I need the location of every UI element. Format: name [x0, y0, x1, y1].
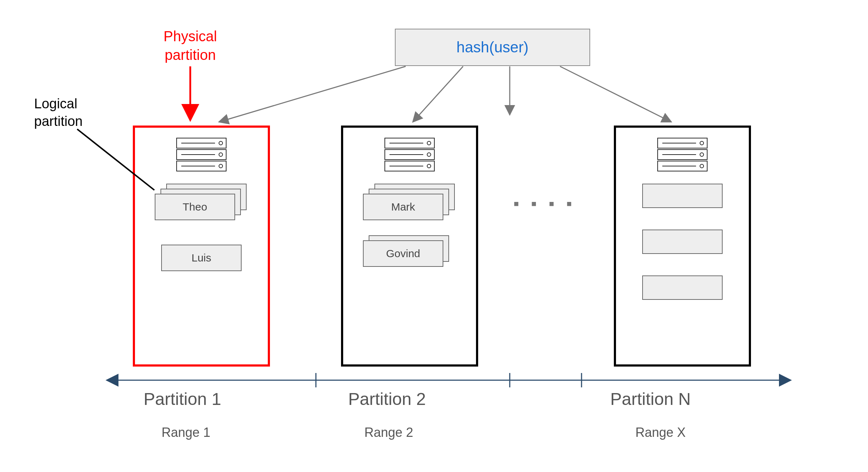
partition-title-n: Partition N	[610, 389, 691, 409]
logical-partition-mark: Mark	[363, 184, 456, 220]
svg-line-3	[413, 66, 463, 122]
partition-title-1: Partition 1	[144, 389, 221, 409]
svg-line-2	[219, 66, 406, 122]
logical-partition-govind: Govind	[363, 230, 456, 266]
diagram-canvas: hash(user) Physical partition Logical pa…	[0, 0, 868, 472]
range-label-1: Range 1	[162, 425, 210, 440]
server-icon	[657, 138, 708, 169]
hash-function-box: hash(user)	[395, 29, 590, 66]
logical-partition-text: Logical partition	[34, 96, 83, 129]
logical-partition-label: Theo	[183, 201, 207, 213]
hash-label: hash(user)	[457, 39, 529, 56]
physical-partition-1: Theo Luis	[133, 126, 270, 367]
server-icon	[384, 138, 435, 169]
svg-line-5	[560, 66, 671, 122]
partition-title-2: Partition 2	[348, 389, 426, 409]
physical-partition-annotation: Physical partition	[136, 27, 244, 64]
logical-partition-label: Mark	[391, 201, 415, 213]
logical-partition-empty	[642, 275, 723, 300]
server-icon	[176, 138, 227, 169]
logical-partition-annotation: Logical partition	[34, 95, 127, 131]
logical-partition-label: Govind	[386, 247, 420, 260]
ellipsis: ▪ ▪ ▪ ▪	[513, 194, 576, 213]
range-label-n: Range X	[635, 425, 686, 440]
logical-partition-empty	[642, 230, 723, 254]
physical-partition-text: Physical partition	[164, 28, 217, 63]
logical-partition-label: Luis	[191, 252, 211, 264]
logical-partition-theo: Theo	[155, 184, 248, 220]
logical-partition-luis: Luis	[161, 245, 242, 271]
range-label-2: Range 2	[364, 425, 413, 440]
physical-partition-n	[614, 126, 751, 367]
physical-partition-2: Mark Govind	[341, 126, 478, 367]
logical-partition-empty	[642, 184, 723, 208]
